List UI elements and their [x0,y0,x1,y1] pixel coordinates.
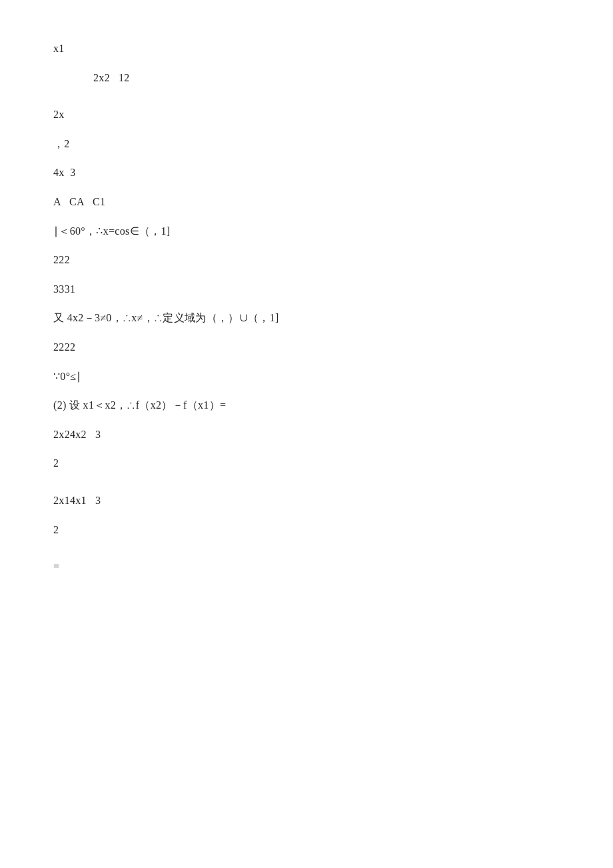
line-2x14x1-3: 2x14x1 3 [53,492,560,509]
line-equals: = [53,558,560,575]
block-222: 222 [53,251,560,269]
line-2-first: 2 [53,455,560,472]
line-3331: 3331 [53,281,560,298]
line-2-second: 2 [53,521,560,539]
block-2222: 2222 [53,339,560,356]
block-comma-2: ，2 [53,135,560,153]
block-equals: = [53,558,560,575]
block-2x: 2x [53,106,560,123]
block-2x24x2-3: 2x24x2 3 [53,426,560,443]
line-because-0: ∵0°≤∣ [53,368,560,385]
line-part2: (2) 设 x1＜x2，∴f（x2）－f（x1）= [53,397,560,414]
block-4x-3: 4x 3 [53,164,560,181]
block-2-second: 2 [53,521,560,539]
block-3331: 3331 [53,281,560,298]
line-2x2-12: 2x2 12 [53,69,560,87]
line-222: 222 [53,251,560,269]
block-2-first: 2 [53,455,560,472]
line-comma-2: ，2 [53,135,560,153]
block-2x2-12: 2x2 12 [53,69,560,87]
block-part2: (2) 设 x1＜x2，∴f（x2）－f（x1）= [53,397,560,414]
block-angle-60: ∣＜60°，∴x=cos∈（，1] [53,223,560,240]
block-because-0: ∵0°≤∣ [53,368,560,385]
block-4x2-minus-3: 又 4x2－3≠0，∴x≠，∴定义域为（，）∪（，1] [53,309,560,327]
block-2x14x1-3: 2x14x1 3 [53,492,560,509]
block-A-CA-C1: A CA C1 [53,193,560,211]
line-x1: x1 [53,40,560,57]
line-A-CA-C1: A CA C1 [53,193,560,211]
line-angle-60: ∣＜60°，∴x=cos∈（，1] [53,223,560,240]
line-2222: 2222 [53,339,560,356]
line-2x: 2x [53,106,560,123]
main-content: x1 2x2 12 2x ，2 4x 3 A CA C1 ∣＜60°，∴x=co… [53,40,560,575]
line-4x2-minus-3: 又 4x2－3≠0，∴x≠，∴定义域为（，）∪（，1] [53,309,560,327]
block-x1: x1 [53,40,560,57]
line-2x24x2-3: 2x24x2 3 [53,426,560,443]
line-4x-3: 4x 3 [53,164,560,181]
